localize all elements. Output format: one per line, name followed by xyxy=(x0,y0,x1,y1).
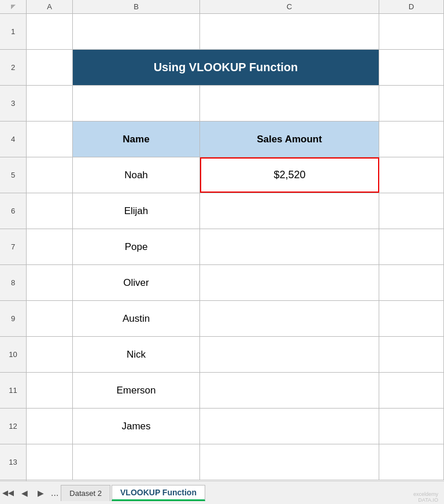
cell-d4[interactable] xyxy=(379,122,444,157)
row-num-4: 4 xyxy=(0,122,26,157)
row-4: Name Sales Amount xyxy=(27,122,444,157)
cell-d3[interactable] xyxy=(379,86,444,121)
cell-d12[interactable] xyxy=(379,409,444,444)
grid-body: 1 2 3 4 5 6 7 8 9 10 11 12 13 xyxy=(0,14,444,481)
cell-a3[interactable] xyxy=(27,86,73,121)
cell-sales-nick[interactable] xyxy=(200,337,379,372)
cell-b1[interactable] xyxy=(73,14,200,49)
col-header-a: A xyxy=(27,0,73,13)
cell-a2[interactable] xyxy=(27,50,73,85)
col-header-c: C xyxy=(200,0,379,13)
col-header-b: B xyxy=(73,0,200,13)
row-num-9: 9 xyxy=(0,301,26,337)
cell-sales-emerson[interactable] xyxy=(200,373,379,408)
cell-d10[interactable] xyxy=(379,337,444,372)
select-all-corner[interactable] xyxy=(0,0,27,14)
cell-a12[interactable] xyxy=(27,409,73,444)
row-num-7: 7 xyxy=(0,229,26,265)
cell-name-emerson[interactable]: Emerson xyxy=(73,373,200,408)
cell-a9[interactable] xyxy=(27,301,73,336)
cell-b13[interactable] xyxy=(73,444,200,480)
row-13 xyxy=(27,444,444,480)
row-num-12: 12 xyxy=(0,409,26,444)
cell-a7[interactable] xyxy=(27,229,73,264)
tab-nav-next[interactable]: ▶ xyxy=(34,486,47,500)
cell-d8[interactable] xyxy=(379,265,444,300)
cell-name-pope[interactable]: Pope xyxy=(73,229,200,264)
row-num-11: 11 xyxy=(0,373,26,409)
cell-d9[interactable] xyxy=(379,301,444,336)
cell-d5[interactable] xyxy=(379,157,444,193)
cell-a13[interactable] xyxy=(27,444,73,480)
row-7: Pope xyxy=(27,229,444,265)
row-12: James xyxy=(27,409,444,444)
cell-c3[interactable] xyxy=(200,86,379,121)
cell-sales-elijah[interactable] xyxy=(200,193,379,229)
cell-sales-oliver[interactable] xyxy=(200,265,379,300)
row-8: Oliver xyxy=(27,265,444,301)
row-numbers: 1 2 3 4 5 6 7 8 9 10 11 12 13 xyxy=(0,14,27,481)
cell-d1[interactable] xyxy=(379,14,444,49)
tab-nav-prev[interactable]: ◀ xyxy=(17,486,31,500)
cell-name-james[interactable]: James xyxy=(73,409,200,444)
cell-name-noah[interactable]: Noah xyxy=(73,157,200,193)
row-num-6: 6 xyxy=(0,193,26,229)
cell-c13[interactable] xyxy=(200,444,379,480)
row-num-1: 1 xyxy=(0,14,26,50)
cell-d11[interactable] xyxy=(379,373,444,408)
cell-d13[interactable] xyxy=(379,444,444,480)
cell-b3[interactable] xyxy=(73,86,200,121)
tab-dataset2[interactable]: Dataset 2 xyxy=(61,485,110,501)
tab-nav-first[interactable]: ◀◀ xyxy=(1,486,15,500)
cell-sales-austin[interactable] xyxy=(200,301,379,336)
cell-title[interactable]: Using VLOOKUP Function xyxy=(73,50,379,85)
row-num-8: 8 xyxy=(0,265,26,301)
tab-bar: ◀◀ ◀ ▶ ... Dataset 2 VLOOKUP Function ex… xyxy=(0,481,444,504)
cell-a5[interactable] xyxy=(27,157,73,193)
cell-c1[interactable] xyxy=(200,14,379,49)
cell-d6[interactable] xyxy=(379,193,444,229)
cell-d2[interactable] xyxy=(379,50,444,85)
row-1 xyxy=(27,14,444,50)
row-3 xyxy=(27,86,444,122)
column-headers: A B C D xyxy=(0,0,444,14)
row-10: Nick xyxy=(27,337,444,373)
data-area: Using VLOOKUP Function Name Sales Amount xyxy=(27,14,444,481)
spreadsheet: A B C D 1 2 3 4 5 6 7 8 9 10 11 12 13 xyxy=(0,0,444,481)
cell-a6[interactable] xyxy=(27,193,73,229)
cell-sales-noah[interactable]: $2,520 xyxy=(200,157,379,193)
cell-a10[interactable] xyxy=(27,337,73,372)
row-num-2: 2 xyxy=(0,50,26,86)
watermark: exceldemyDATA.IO xyxy=(413,491,438,503)
row-11: Emerson xyxy=(27,373,444,409)
tab-vlookup-function[interactable]: VLOOKUP Function xyxy=(112,485,205,501)
cell-sales-pope[interactable] xyxy=(200,229,379,264)
cell-a4[interactable] xyxy=(27,122,73,157)
row-9: Austin xyxy=(27,301,444,337)
row-6: Elijah xyxy=(27,193,444,229)
row-5: Noah $2,520 xyxy=(27,157,444,193)
cell-name-austin[interactable]: Austin xyxy=(73,301,200,336)
row-num-10: 10 xyxy=(0,337,26,373)
row-num-5: 5 xyxy=(0,157,26,193)
cell-name-oliver[interactable]: Oliver xyxy=(73,265,200,300)
cell-name-elijah[interactable]: Elijah xyxy=(73,193,200,229)
cell-d7[interactable] xyxy=(379,229,444,264)
cell-name-nick[interactable]: Nick xyxy=(73,337,200,372)
cell-a1[interactable] xyxy=(27,14,73,49)
tab-more-dots[interactable]: ... xyxy=(51,488,58,498)
cell-a11[interactable] xyxy=(27,373,73,408)
col-header-d: D xyxy=(379,0,444,13)
cell-a8[interactable] xyxy=(27,265,73,300)
row-num-13: 13 xyxy=(0,444,26,480)
row-2: Using VLOOKUP Function xyxy=(27,50,444,86)
cell-header-sales[interactable]: Sales Amount xyxy=(200,122,379,157)
row-num-3: 3 xyxy=(0,86,26,122)
cell-header-name[interactable]: Name xyxy=(73,122,200,157)
cell-sales-james[interactable] xyxy=(200,409,379,444)
